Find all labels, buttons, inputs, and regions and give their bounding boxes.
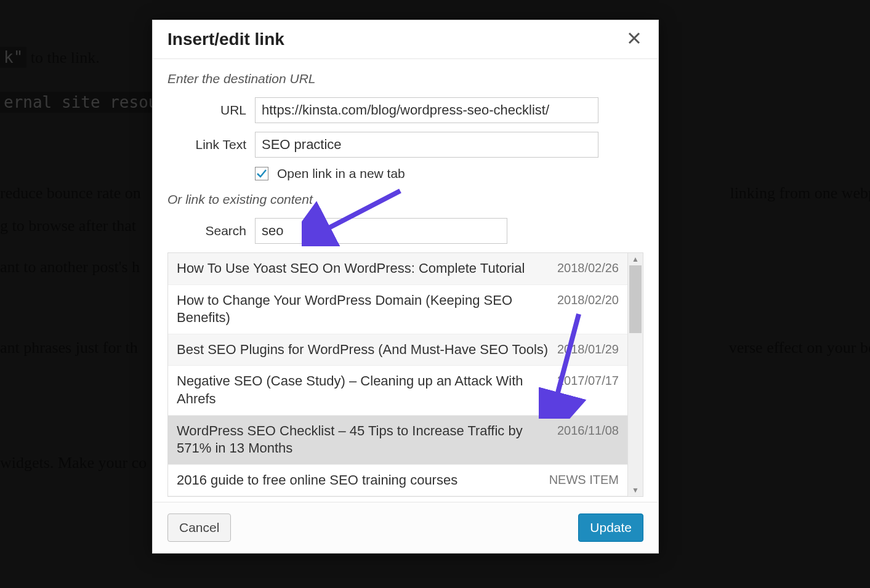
update-button[interactable]: Update: [578, 513, 643, 542]
search-result-item[interactable]: Best SEO Plugins for WordPress (And Must…: [168, 334, 627, 366]
destination-hint: Enter the destination URL: [167, 71, 643, 86]
result-date: 2017/07/17: [557, 373, 619, 388]
search-result-item[interactable]: Negative SEO (Case Study) – Cleaning up …: [168, 366, 627, 415]
scroll-down-icon[interactable]: ▼: [628, 484, 643, 496]
result-date: 2016/11/08: [557, 422, 619, 438]
insert-link-modal: Insert/edit link Enter the destination U…: [152, 20, 659, 554]
search-result-item[interactable]: WordPress SEO Checklist – 45 Tips to Inc…: [168, 416, 627, 465]
result-date: 2018/02/20: [557, 292, 619, 307]
result-title: 2016 guide to free online SEO training c…: [177, 472, 465, 489]
scroll-thumb[interactable]: [629, 265, 642, 333]
existing-content-hint: Or link to existing content: [167, 192, 643, 207]
search-results: How To Use Yoast SEO On WordPress: Compl…: [167, 252, 643, 497]
search-field-row: Search: [167, 218, 643, 244]
modal-title: Insert/edit link: [167, 30, 284, 49]
search-result-item[interactable]: How To Use Yoast SEO On WordPress: Compl…: [168, 253, 627, 285]
search-label: Search: [167, 224, 255, 238]
scroll-up-icon[interactable]: ▲: [628, 253, 643, 265]
search-input[interactable]: [255, 218, 507, 244]
result-date: NEWS ITEM: [549, 472, 619, 487]
result-date: 2018/02/26: [557, 260, 619, 275]
modal-header: Insert/edit link: [153, 20, 658, 59]
modal-footer: Cancel Update: [153, 502, 658, 553]
url-field-row: URL: [167, 97, 643, 123]
new-tab-checkbox[interactable]: [255, 167, 268, 180]
result-title: Negative SEO (Case Study) – Cleaning up …: [177, 373, 557, 408]
link-text-label: Link Text: [167, 137, 255, 152]
close-icon[interactable]: [625, 29, 643, 50]
results-scrollbar[interactable]: ▲ ▼: [627, 253, 643, 496]
link-text-input[interactable]: [255, 132, 598, 158]
search-result-item[interactable]: 2016 guide to free online SEO training c…: [168, 465, 627, 497]
link-text-field-row: Link Text: [167, 132, 643, 158]
url-input[interactable]: [255, 97, 598, 123]
url-label: URL: [167, 103, 255, 118]
result-date: 2018/01/29: [557, 341, 619, 356]
result-title: How to Change Your WordPress Domain (Kee…: [177, 292, 557, 327]
search-result-item[interactable]: How to Change Your WordPress Domain (Kee…: [168, 285, 627, 334]
new-tab-row[interactable]: Open link in a new tab: [255, 166, 643, 181]
result-title: WordPress SEO Checklist – 45 Tips to Inc…: [177, 422, 557, 457]
result-title: How To Use Yoast SEO On WordPress: Compl…: [177, 260, 532, 278]
result-title: Best SEO Plugins for WordPress (And Must…: [177, 341, 555, 359]
cancel-button[interactable]: Cancel: [167, 513, 231, 542]
new-tab-label: Open link in a new tab: [277, 166, 405, 181]
modal-body: Enter the destination URL URL Link Text …: [153, 59, 658, 502]
